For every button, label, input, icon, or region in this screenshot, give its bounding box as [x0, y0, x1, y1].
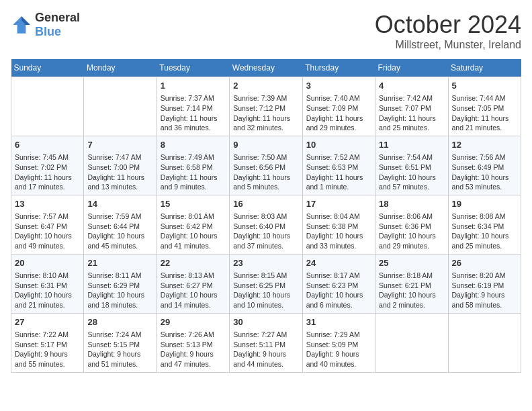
table-row: [448, 313, 521, 372]
table-row: 11Sunrise: 7:54 AM Sunset: 6:51 PM Dayli…: [375, 136, 448, 195]
cell-content: Sunrise: 7:45 AM Sunset: 7:02 PM Dayligh…: [15, 152, 80, 192]
week-row-3: 13Sunrise: 7:57 AM Sunset: 6:47 PM Dayli…: [11, 195, 521, 254]
logo-icon: [11, 14, 32, 36]
logo: General Blue: [11, 11, 80, 39]
cell-content: Sunrise: 7:56 AM Sunset: 6:49 PM Dayligh…: [452, 152, 517, 192]
table-row: 4Sunrise: 7:42 AM Sunset: 7:07 PM Daylig…: [375, 77, 448, 136]
table-row: 7Sunrise: 7:47 AM Sunset: 7:00 PM Daylig…: [84, 136, 157, 195]
cell-content: Sunrise: 7:59 AM Sunset: 6:44 PM Dayligh…: [87, 212, 152, 251]
cell-content: Sunrise: 7:44 AM Sunset: 7:05 PM Dayligh…: [452, 93, 517, 133]
cell-content: Sunrise: 8:11 AM Sunset: 6:29 PM Dayligh…: [87, 271, 152, 310]
day-number: 18: [379, 198, 444, 210]
table-row: 21Sunrise: 8:11 AM Sunset: 6:29 PM Dayli…: [84, 254, 157, 313]
cell-content: Sunrise: 7:27 AM Sunset: 5:11 PM Dayligh…: [233, 330, 298, 369]
day-number: 17: [306, 198, 371, 210]
cell-content: Sunrise: 7:22 AM Sunset: 5:17 PM Dayligh…: [15, 330, 80, 369]
day-number: 6: [15, 139, 80, 151]
table-row: 23Sunrise: 8:15 AM Sunset: 6:25 PM Dayli…: [230, 254, 302, 313]
day-number: 22: [161, 257, 226, 269]
table-row: 19Sunrise: 8:08 AM Sunset: 6:34 PM Dayli…: [448, 195, 521, 254]
cell-content: Sunrise: 8:04 AM Sunset: 6:38 PM Dayligh…: [306, 212, 371, 251]
cell-content: Sunrise: 7:52 AM Sunset: 6:53 PM Dayligh…: [306, 152, 371, 192]
day-number: 1: [161, 80, 226, 92]
col-monday: Monday: [84, 59, 157, 77]
day-number: 26: [452, 257, 517, 269]
day-number: 11: [379, 139, 444, 151]
table-row: 16Sunrise: 8:03 AM Sunset: 6:40 PM Dayli…: [230, 195, 302, 254]
cell-content: Sunrise: 7:39 AM Sunset: 7:12 PM Dayligh…: [233, 93, 298, 133]
table-row: 3Sunrise: 7:40 AM Sunset: 7:09 PM Daylig…: [302, 77, 375, 136]
table-row: 6Sunrise: 7:45 AM Sunset: 7:02 PM Daylig…: [11, 136, 84, 195]
cell-content: Sunrise: 7:47 AM Sunset: 7:00 PM Dayligh…: [87, 152, 152, 192]
table-row: 5Sunrise: 7:44 AM Sunset: 7:05 PM Daylig…: [448, 77, 521, 136]
week-row-5: 27Sunrise: 7:22 AM Sunset: 5:17 PM Dayli…: [11, 313, 521, 372]
cell-content: Sunrise: 8:06 AM Sunset: 6:36 PM Dayligh…: [379, 212, 444, 251]
day-number: 21: [87, 257, 152, 269]
header-row: Sunday Monday Tuesday Wednesday Thursday…: [11, 59, 521, 77]
cell-content: Sunrise: 8:18 AM Sunset: 6:21 PM Dayligh…: [379, 271, 444, 310]
day-number: 25: [379, 257, 444, 269]
cell-content: Sunrise: 7:50 AM Sunset: 6:56 PM Dayligh…: [233, 152, 298, 192]
table-row: 12Sunrise: 7:56 AM Sunset: 6:49 PM Dayli…: [448, 136, 521, 195]
table-row: 8Sunrise: 7:49 AM Sunset: 6:58 PM Daylig…: [157, 136, 229, 195]
calendar-table: Sunday Monday Tuesday Wednesday Thursday…: [11, 59, 521, 373]
cell-content: Sunrise: 7:29 AM Sunset: 5:09 PM Dayligh…: [306, 330, 371, 369]
col-wednesday: Wednesday: [230, 59, 302, 77]
col-saturday: Saturday: [448, 59, 521, 77]
day-number: 2: [233, 80, 298, 92]
day-number: 31: [306, 316, 371, 328]
cell-content: Sunrise: 7:49 AM Sunset: 6:58 PM Dayligh…: [161, 152, 226, 192]
day-number: 12: [452, 139, 517, 151]
table-row: 2Sunrise: 7:39 AM Sunset: 7:12 PM Daylig…: [230, 77, 302, 136]
table-row: 30Sunrise: 7:27 AM Sunset: 5:11 PM Dayli…: [230, 313, 302, 372]
table-row: 17Sunrise: 8:04 AM Sunset: 6:38 PM Dayli…: [302, 195, 375, 254]
week-row-4: 20Sunrise: 8:10 AM Sunset: 6:31 PM Dayli…: [11, 254, 521, 313]
header: General Blue October 2024 Millstreet, Mu…: [11, 11, 521, 51]
table-row: [84, 77, 157, 136]
week-row-2: 6Sunrise: 7:45 AM Sunset: 7:02 PM Daylig…: [11, 136, 521, 195]
day-number: 16: [233, 198, 298, 210]
cell-content: Sunrise: 7:37 AM Sunset: 7:14 PM Dayligh…: [161, 93, 226, 133]
day-number: 28: [87, 316, 152, 328]
table-row: 20Sunrise: 8:10 AM Sunset: 6:31 PM Dayli…: [11, 254, 84, 313]
table-row: 24Sunrise: 8:17 AM Sunset: 6:23 PM Dayli…: [302, 254, 375, 313]
table-row: [375, 313, 448, 372]
day-number: 3: [306, 80, 371, 92]
day-number: 9: [233, 139, 298, 151]
day-number: 13: [15, 198, 80, 210]
day-number: 29: [161, 316, 226, 328]
table-row: 25Sunrise: 8:18 AM Sunset: 6:21 PM Dayli…: [375, 254, 448, 313]
cell-content: Sunrise: 7:54 AM Sunset: 6:51 PM Dayligh…: [379, 152, 444, 192]
cell-content: Sunrise: 8:10 AM Sunset: 6:31 PM Dayligh…: [15, 271, 80, 310]
table-row: 27Sunrise: 7:22 AM Sunset: 5:17 PM Dayli…: [11, 313, 84, 372]
cell-content: Sunrise: 7:26 AM Sunset: 5:13 PM Dayligh…: [161, 330, 226, 369]
col-tuesday: Tuesday: [157, 59, 229, 77]
table-row: 13Sunrise: 7:57 AM Sunset: 6:47 PM Dayli…: [11, 195, 84, 254]
cell-content: Sunrise: 8:20 AM Sunset: 6:19 PM Dayligh…: [452, 271, 517, 310]
cell-content: Sunrise: 8:08 AM Sunset: 6:34 PM Dayligh…: [452, 212, 517, 251]
table-row: 26Sunrise: 8:20 AM Sunset: 6:19 PM Dayli…: [448, 254, 521, 313]
day-number: 27: [15, 316, 80, 328]
table-row: 18Sunrise: 8:06 AM Sunset: 6:36 PM Dayli…: [375, 195, 448, 254]
day-number: 24: [306, 257, 371, 269]
title-area: October 2024 Millstreet, Munster, Irelan…: [375, 11, 521, 51]
table-row: 15Sunrise: 8:01 AM Sunset: 6:42 PM Dayli…: [157, 195, 229, 254]
table-row: 29Sunrise: 7:26 AM Sunset: 5:13 PM Dayli…: [157, 313, 229, 372]
day-number: 8: [161, 139, 226, 151]
table-row: 14Sunrise: 7:59 AM Sunset: 6:44 PM Dayli…: [84, 195, 157, 254]
cell-content: Sunrise: 7:42 AM Sunset: 7:07 PM Dayligh…: [379, 93, 444, 133]
table-row: 28Sunrise: 7:24 AM Sunset: 5:15 PM Dayli…: [84, 313, 157, 372]
calendar-title: October 2024: [375, 11, 521, 39]
day-number: 30: [233, 316, 298, 328]
cell-content: Sunrise: 7:40 AM Sunset: 7:09 PM Dayligh…: [306, 93, 371, 133]
table-row: 31Sunrise: 7:29 AM Sunset: 5:09 PM Dayli…: [302, 313, 375, 372]
day-number: 15: [161, 198, 226, 210]
day-number: 5: [452, 80, 517, 92]
cell-content: Sunrise: 7:57 AM Sunset: 6:47 PM Dayligh…: [15, 212, 80, 251]
day-number: 10: [306, 139, 371, 151]
col-thursday: Thursday: [302, 59, 375, 77]
cell-content: Sunrise: 8:15 AM Sunset: 6:25 PM Dayligh…: [233, 271, 298, 310]
table-row: 1Sunrise: 7:37 AM Sunset: 7:14 PM Daylig…: [157, 77, 229, 136]
day-number: 7: [87, 139, 152, 151]
cell-content: Sunrise: 8:01 AM Sunset: 6:42 PM Dayligh…: [161, 212, 226, 251]
